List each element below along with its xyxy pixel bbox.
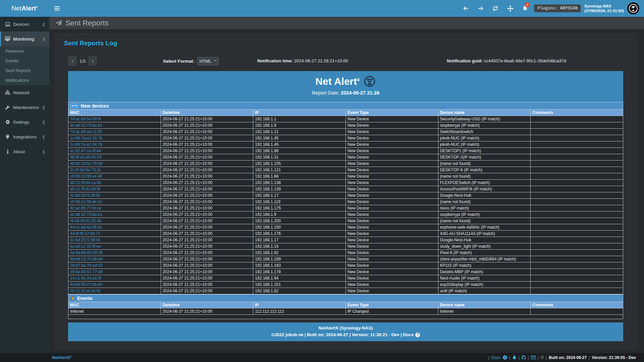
format-label: Select Format: <box>163 59 195 64</box>
mac-link[interactable]: 74:ac:b9:54:09:fb <box>70 117 101 121</box>
wrench-icon <box>5 105 10 110</box>
chevron-left-icon: ❮ <box>42 105 45 110</box>
table-row: 1c:69:7a:a2:34:7b2024-06-27 21:25:21+10:… <box>68 141 623 148</box>
table-row: 3c:8d:20:f1:9f:042024-06-27 21:25:21+10:… <box>68 237 623 243</box>
move-icon[interactable] <box>504 0 516 17</box>
sidebar-item-sent-reports[interactable]: Sent Reports <box>0 66 49 75</box>
mac-link[interactable]: 3c:8d:20:f1:9f:04 <box>70 238 100 242</box>
table-row: 14:c1:4e:2e:a3:3f2024-06-27 21:25:21+10:… <box>68 275 623 282</box>
table-row: 84:cc:a8:4a:56:4c2024-06-27 21:25:21+10:… <box>68 224 623 231</box>
prev-page-button[interactable]: ‹ <box>68 56 77 66</box>
events-tbody: Internet2024-06-27 21:25:21+10:00112.112… <box>68 308 623 319</box>
docs-link[interactable]: Docs <box>491 355 500 360</box>
next-page-button[interactable]: › <box>88 56 97 66</box>
events-section-header: Events <box>68 294 623 302</box>
mac-link[interactable]: d0:21:f9:8c:59:f9 <box>70 187 100 191</box>
report-date: Report Date: 2024-06-27 21:26 <box>68 90 623 96</box>
sidebar-toggle-icon[interactable] <box>49 0 64 17</box>
sidebar-item-network[interactable]: Network <box>0 85 49 100</box>
table-row: 92:ac:85:77:fd:ca2024-06-27 21:25:21+10:… <box>68 205 623 212</box>
new-devices-tbody: 74:ac:b9:54:09:fb2024-06-27 21:25:21+10:… <box>68 116 623 294</box>
docs-question-icon[interactable]: ? <box>503 355 507 360</box>
chevron-left-icon: ❮ <box>42 120 45 124</box>
mac-link[interactable]: 3a:9d:69:e0:29:28 <box>70 250 103 255</box>
email-icon[interactable] <box>531 356 536 359</box>
table-row: dc:a6:32:73:8a:b12024-06-27 21:25:21+10:… <box>68 122 623 129</box>
top-navbar: NetAlertx <box>0 0 644 17</box>
info-icon <box>5 149 10 154</box>
format-select[interactable]: HTML <box>197 57 219 65</box>
bug-report-icon[interactable] <box>512 355 517 360</box>
notifications-bell-icon[interactable]: 7 <box>519 0 531 17</box>
footer-version: Version: 21:39:05 - Dev <box>592 355 636 360</box>
mac-link[interactable]: c0:06:c3:09:de:e2 <box>70 199 102 204</box>
mac-link[interactable]: 58:b6:23:70:d6:b4 <box>70 257 103 261</box>
mac-link[interactable]: c0:06:c3:09:e4:46 <box>70 174 102 179</box>
mac-link[interactable]: 74:ac:b9:ad:c3:30 <box>70 129 102 134</box>
page-header: Sent Reports <box>49 17 644 29</box>
sidebar-item-notifications[interactable]: Notifications <box>0 75 49 85</box>
table-row: 48:b0:2d:5c:79:0d2024-06-27 21:25:21+10:… <box>68 161 623 167</box>
forward-arrow-icon[interactable] <box>475 0 486 17</box>
table-row: 58:b6:23:70:d6:b42024-06-27 21:25:21+10:… <box>68 256 623 262</box>
mac-link[interactable]: 44:6f:f8:12:68:71 <box>70 231 100 236</box>
netalertx-logo-icon <box>363 75 376 88</box>
mac-link[interactable]: 00:11:32:ef:a5:6c <box>70 289 101 293</box>
mac-link[interactable]: 48:b0:2d:5c:79:0d <box>70 161 102 166</box>
table-row: dc:a6:32:73:8a:b12024-06-27 21:25:21+10:… <box>68 212 623 218</box>
mac-link[interactable]: 14:c1:4e:2e:a3:3f <box>70 276 101 281</box>
table-row: 00:11:32:ef:a5:6c2024-06-27 21:25:21+10:… <box>68 288 623 294</box>
mac-link[interactable]: bc:dd:c2:32:f9:ee <box>70 244 101 249</box>
sidebar-item-events[interactable]: Events <box>0 56 49 66</box>
mac-link[interactable]: b0:be:83:51:77:e8 <box>70 269 103 274</box>
pagination: ‹ 1/3 › <box>68 56 97 66</box>
chevron-left-icon: ❮ <box>42 22 45 26</box>
copyright-icon: © <box>541 355 544 360</box>
sidebar-item-settings[interactable]: Settings ❮ <box>0 115 49 129</box>
table-row: 3c:8d:20:f1:9f:042024-06-27 21:25:21+10:… <box>68 192 623 199</box>
sidebar: Devices ❮ Monitoring ❯ Presence Events S… <box>0 17 49 353</box>
table-row: 74:ac:b9:54:09:fb2024-06-27 21:25:21+10:… <box>68 116 623 122</box>
footer-built: Built on: 2024-06-27 <box>549 355 587 360</box>
sidebar-item-devices[interactable]: Devices ❮ <box>0 17 49 32</box>
notification-guid: Notification guid: cc44507e-8ea6-48e7-90… <box>447 58 566 63</box>
table-row: 28:87:ba:76:ed:032024-06-27 21:25:21+10:… <box>68 262 623 269</box>
table-row: c0:06:c3:09:e4:462024-06-27 21:25:21+10:… <box>68 173 623 180</box>
mac-link[interactable]: 98:5f:d3:d5:40:33 <box>70 155 101 160</box>
user-avatar[interactable] <box>627 2 639 14</box>
app-logo[interactable]: NetAlertx <box>0 0 49 17</box>
table-row: c0:06:c3:09:de:e22024-06-27 21:25:21+10:… <box>68 199 623 205</box>
mac-link[interactable]: 28:87:ba:76:ed:03 <box>70 263 103 268</box>
table-row: f4:4d:30:61:20:462024-06-27 21:25:21+10:… <box>68 218 623 224</box>
report-banner: Net Alertx Report Date: 2024-06-27 21:26 <box>68 71 623 102</box>
box-title-link[interactable]: Sent Reports Log <box>55 34 637 47</box>
refresh-icon[interactable] <box>490 0 501 17</box>
mac-link[interactable]: 94:b5:55:c7:cb:e0 <box>70 282 102 287</box>
mac-link[interactable]: d0:21:f9:b4:ca:0b <box>70 180 101 185</box>
mac-link[interactable]: ac:82:47:ca:0f:e4 <box>70 148 101 153</box>
mac-link[interactable]: 84:cc:a8:4a:56:4c <box>70 225 102 230</box>
sidebar-item-maintenance[interactable]: Maintenance ❮ <box>0 100 49 115</box>
mac-link[interactable]: 2c:f0:5d:9e:73:2c <box>70 168 101 172</box>
sidebar-item-integrations[interactable]: Integrations ❮ <box>0 129 49 144</box>
reports-box: Sent Reports Log ‹ 1/3 › Select Format: … <box>55 34 637 350</box>
mac-link[interactable]: 1c:69:7a:a2:34:7b <box>70 136 102 140</box>
report-title: Net Alertx <box>315 75 376 88</box>
chevron-left-icon: ❮ <box>42 135 45 139</box>
mac-link[interactable]: 1c:69:7a:a2:34:7b <box>70 142 102 147</box>
back-arrow-icon[interactable] <box>460 0 472 17</box>
sidebar-item-about[interactable]: About ❮ <box>0 144 49 159</box>
monitoring-chart-icon <box>5 37 10 41</box>
mac-link[interactable]: dc:a6:32:73:8a:b1 <box>70 212 102 217</box>
mac-link[interactable]: dc:a6:32:73:8a:b1 <box>70 123 102 128</box>
mac-link[interactable]: 3c:8d:20:f1:9f:04 <box>70 193 100 198</box>
sidebar-item-monitoring[interactable]: Monitoring ❯ <box>0 32 49 46</box>
table-row: 44:6f:f8:12:68:712024-06-27 21:25:21+10:… <box>68 231 623 237</box>
chevron-down-icon: ❯ <box>42 37 45 41</box>
mac-link[interactable]: f4:4d:30:61:20:46 <box>70 219 101 223</box>
sidebar-item-presence[interactable]: Presence <box>0 46 49 56</box>
footer-brand-link[interactable]: NetAlertXx <box>52 355 72 360</box>
mac-link[interactable]: 92:ac:85:77:fd:ca <box>70 206 101 210</box>
github-icon[interactable] <box>522 355 526 360</box>
table-row: 94:b5:55:c7:cb:e02024-06-27 21:25:21+10:… <box>68 282 623 288</box>
